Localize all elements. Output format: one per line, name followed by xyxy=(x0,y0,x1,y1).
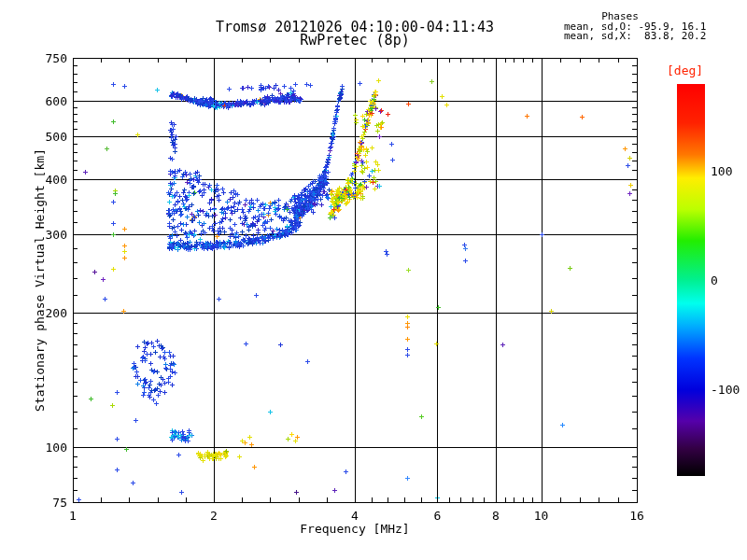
x-tick-label: 16 xyxy=(618,509,655,523)
colorbar-tick-label: -100 xyxy=(711,383,740,397)
y-tick-label: 500 xyxy=(21,130,67,144)
colorbar-unit-label: [deg] xyxy=(667,63,703,77)
phase-stats-x-mode: mean, sd,X: 83.8, 20.2 xyxy=(564,31,706,41)
x-tick-label: 4 xyxy=(336,509,374,523)
scatter-plot-canvas xyxy=(0,0,747,560)
x-tick-label: 1 xyxy=(54,509,92,523)
ionogram-figure: Tromsø 20121026 04:10:00-04:11:43 RwPret… xyxy=(0,0,747,560)
plot-subtitle: RwPretec (8p) xyxy=(73,34,637,48)
colorbar-tick-label: 0 xyxy=(711,273,718,287)
y-tick-label: 300 xyxy=(21,228,67,242)
y-tick-label: 75 xyxy=(21,496,67,510)
x-tick-label: 6 xyxy=(418,509,456,523)
y-tick-label: 750 xyxy=(21,51,67,65)
x-tick-label: 10 xyxy=(523,509,560,523)
y-tick-label: 600 xyxy=(21,94,67,108)
y-tick-label: 200 xyxy=(21,306,67,320)
x-tick-label: 8 xyxy=(477,509,514,523)
x-axis-label: Frequency [MHz] xyxy=(73,522,637,536)
y-axis-label: Stationary phase Virtual Height [km] xyxy=(33,148,47,412)
y-tick-label: 100 xyxy=(21,441,67,455)
x-tick-label: 2 xyxy=(195,509,233,523)
colorbar-tick-label: 100 xyxy=(711,164,732,178)
y-tick-label: 400 xyxy=(21,173,67,187)
